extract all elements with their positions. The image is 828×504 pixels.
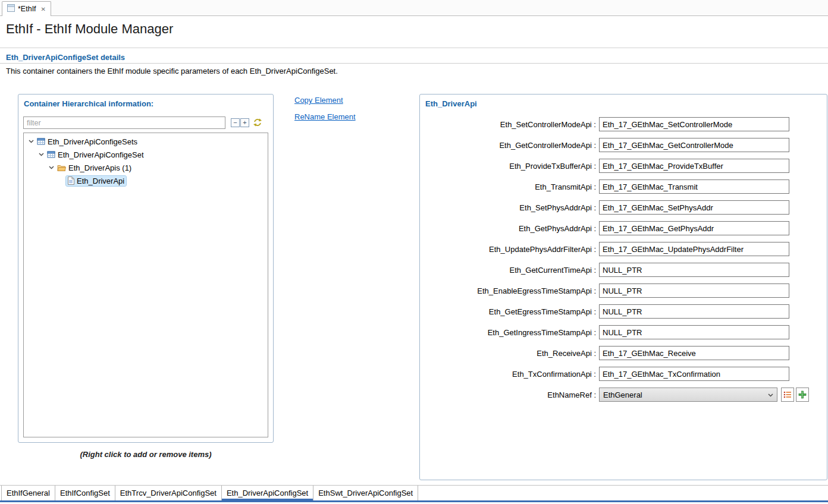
field-input-eth-getphysaddrapi[interactable] — [599, 221, 789, 235]
bottom-tab-ethifgeneral[interactable]: EthIfGeneral — [1, 486, 55, 500]
tree-item-eth-driverapiconfigeset[interactable]: Eth_DriverApiConfigeSet — [24, 148, 268, 161]
filter-input[interactable] — [23, 116, 225, 129]
field-input-eth-receiveapi[interactable] — [599, 346, 789, 360]
title-divider — [0, 48, 828, 48]
driver-api-heading: Eth_DriverApi — [425, 99, 477, 108]
field-input-eth-enableegresstimestampapi[interactable] — [599, 284, 789, 298]
form-row-ethnameref: EthNameRef :EthGeneral — [420, 388, 827, 402]
container-hierarchy-panel: Container Hierarchical information: − + … — [18, 94, 274, 443]
tree-item-label: Eth_DriverApi — [77, 177, 124, 185]
editor-tabstrip: *EthIf ✕ — [0, 0, 828, 16]
chevron-down-icon — [768, 393, 773, 397]
field-input-eth-transmitapi[interactable] — [599, 179, 789, 194]
field-label-eth-setcontrollermodeapi: Eth_SetControllerModeApi : — [420, 117, 596, 131]
form-row-eth-transmitapi: Eth_TransmitApi : — [420, 179, 827, 194]
section-heading: Eth_DriverApiConfigeSet details — [6, 53, 125, 62]
field-label-eth-txconfirmationapi: Eth_TxConfirmationApi : — [420, 367, 596, 381]
editor-tab-ethif[interactable]: *EthIf ✕ — [2, 1, 51, 16]
refresh-icon[interactable] — [252, 117, 263, 128]
tree-item-label: Eth_DriverApiConfigeSet — [58, 150, 144, 159]
tree-expander-icon[interactable] — [46, 166, 56, 169]
form-row-eth-getcontrollermodeapi: Eth_GetControllerModeApi : — [420, 138, 827, 152]
tree-item-label: Eth_DriverApiConfigeSets — [48, 137, 137, 146]
field-label-eth-providetxbufferapi: Eth_ProvideTxBufferApi : — [420, 159, 596, 173]
editor-tab-label: *EthIf — [18, 5, 36, 13]
bottom-tabs-row: EthIfGeneralEthIfConfigSetEthTrcv_Driver… — [0, 485, 828, 500]
add-reference-button[interactable] — [796, 388, 809, 402]
field-input-eth-updatephysaddrfilterapi[interactable] — [599, 242, 789, 256]
driver-api-details-panel: Eth_DriverApi Eth_SetControllerModeApi :… — [419, 94, 827, 480]
field-input-eth-getcurrenttimeapi[interactable] — [599, 263, 789, 277]
tree-hint-note: (Right click to add or remove items) — [18, 450, 274, 459]
bottom-tab-ethtrcv-driverapiconfigset[interactable]: EthTrcv_DriverApiConfigSet — [115, 486, 222, 500]
copy-element-link[interactable]: Copy Element — [294, 96, 343, 105]
field-input-eth-getcontrollermodeapi[interactable] — [599, 138, 789, 152]
bottom-tab-eth-driverapiconfigset[interactable]: Eth_DriverApiConfigSet — [222, 486, 313, 500]
combobox-value: EthGeneral — [603, 390, 642, 399]
field-label-ethnameref: EthNameRef : — [420, 388, 596, 402]
field-label-eth-transmitapi: Eth_TransmitApi : — [420, 179, 596, 194]
section-description: This container containers the EthIf modu… — [6, 67, 338, 75]
tree-item-eth-driverapi[interactable]: Eth_DriverApi — [24, 174, 268, 187]
hierarchy-heading: Container Hierarchical information: — [24, 99, 153, 108]
form-row-eth-setphysaddrapi: Eth_SetPhysAddrApi : — [420, 200, 827, 215]
table-icon — [47, 150, 55, 159]
collapse-all-button[interactable]: − — [231, 118, 240, 127]
section-divider — [0, 63, 828, 64]
field-input-eth-getegresstimestampapi[interactable] — [599, 304, 789, 319]
form-row-eth-getingresstimestampapi: Eth_GetIngressTimeStampApi : — [420, 325, 827, 339]
field-label-eth-getphysaddrapi: Eth_GetPhysAddrApi : — [420, 221, 596, 235]
form-row-eth-receiveapi: Eth_ReceiveApi : — [420, 346, 827, 360]
table-icon — [37, 137, 45, 146]
field-input-eth-setphysaddrapi[interactable] — [599, 200, 789, 215]
bottom-tab-ethswt-driverapiconfigset[interactable]: EthSwt_DriverApiConfigSet — [313, 486, 418, 500]
tree-item-eth-driverapiconfigesets[interactable]: Eth_DriverApiConfigeSets — [24, 135, 268, 148]
tree-expander-icon[interactable] — [26, 140, 36, 143]
form-row-eth-updatephysaddrfilterapi: Eth_UpdatePhysAddrFilterApi : — [420, 242, 827, 256]
field-input-eth-txconfirmationapi[interactable] — [599, 367, 789, 381]
close-icon[interactable]: ✕ — [41, 6, 46, 12]
field-input-eth-setcontrollermodeapi[interactable] — [599, 117, 789, 131]
bottom-tab-ethifconfigset[interactable]: EthIfConfigSet — [55, 486, 115, 500]
tabbar-accent-line — [0, 500, 828, 502]
add-icon — [798, 390, 807, 399]
form-row-eth-getcurrenttimeapi: Eth_GetCurrentTimeApi : — [420, 263, 827, 277]
reference-choices-button[interactable] — [781, 388, 794, 402]
form-row-eth-getegresstimestampapi: Eth_GetEgressTimeStampApi : — [420, 304, 827, 319]
field-input-eth-getingresstimestampapi[interactable] — [599, 325, 789, 339]
rename-element-link[interactable]: ReName Element — [294, 112, 356, 121]
field-label-eth-updatephysaddrfilterapi: Eth_UpdatePhysAddrFilterApi : — [420, 242, 596, 256]
tree-item-label: Eth_DriverApis (1) — [68, 163, 131, 172]
field-label-eth-getegresstimestampapi: Eth_GetEgressTimeStampApi : — [420, 304, 596, 319]
tree-expander-icon[interactable] — [36, 153, 46, 156]
form-row-eth-txconfirmationapi: Eth_TxConfirmationApi : — [420, 367, 827, 381]
file-icon — [67, 177, 74, 185]
field-label-eth-receiveapi: Eth_ReceiveApi : — [420, 346, 596, 360]
form-row-eth-setcontrollermodeapi: Eth_SetControllerModeApi : — [420, 117, 827, 131]
bottom-tabbar: EthIfGeneralEthIfConfigSetEthTrcv_Driver… — [0, 485, 828, 502]
list-icon — [783, 391, 792, 398]
folder-icon — [57, 164, 66, 172]
expand-all-button[interactable]: + — [240, 118, 249, 127]
form-editor-icon — [7, 4, 15, 14]
field-label-eth-setphysaddrapi: Eth_SetPhysAddrApi : — [420, 200, 596, 215]
tree-item-eth-driverapis-1[interactable]: Eth_DriverApis (1) — [24, 161, 268, 174]
ethif-module-manager: *EthIf ✕ EthIf - EthIf Module Manager Et… — [0, 0, 828, 504]
form-row-eth-providetxbufferapi: Eth_ProvideTxBufferApi : — [420, 159, 827, 173]
page-title: EthIf - EthIf Module Manager — [6, 21, 173, 37]
field-label-eth-enableegresstimestampapi: Eth_EnableEgressTimeStampApi : — [420, 284, 596, 298]
field-label-eth-getcurrenttimeapi: Eth_GetCurrentTimeApi : — [420, 263, 596, 277]
field-label-eth-getcontrollermodeapi: Eth_GetControllerModeApi : — [420, 138, 596, 152]
field-label-eth-getingresstimestampapi: Eth_GetIngressTimeStampApi : — [420, 325, 596, 339]
ethnameref-combobox[interactable]: EthGeneral — [599, 388, 777, 402]
hierarchy-tree: Eth_DriverApiConfigeSetsEth_DriverApiCon… — [23, 133, 268, 437]
form-row-eth-getphysaddrapi: Eth_GetPhysAddrApi : — [420, 221, 827, 235]
field-input-eth-providetxbufferapi[interactable] — [599, 159, 789, 173]
form-row-eth-enableegresstimestampapi: Eth_EnableEgressTimeStampApi : — [420, 284, 827, 298]
